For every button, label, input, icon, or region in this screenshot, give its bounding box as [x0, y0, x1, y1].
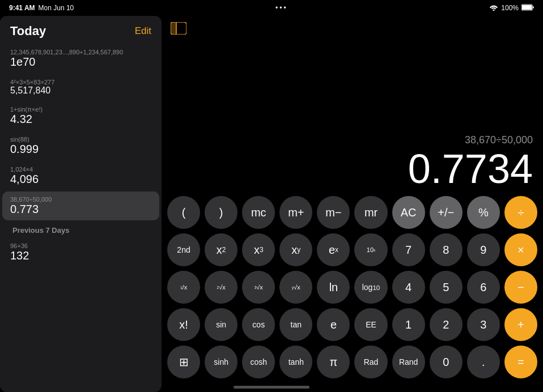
btn-_[interactable]: %	[467, 196, 500, 229]
history-expr: 1,024×4	[10, 166, 151, 173]
history-item[interactable]: 1+sin(π×e!) 4.32	[2, 101, 159, 130]
btn-x_[interactable]: x!	[167, 308, 200, 341]
history-result: 4,096	[10, 173, 151, 186]
btn-___[interactable]: +/−	[430, 196, 463, 229]
btn-Rad[interactable]: Rad	[354, 346, 387, 378]
btn-__x[interactable]: 1/x	[167, 271, 200, 304]
btn-3[interactable]: 3	[467, 308, 500, 341]
history-item[interactable]: 38,670÷50,000 0.773	[2, 191, 159, 220]
btn-cosh[interactable]: cosh	[242, 346, 275, 378]
btn-5[interactable]: 5	[430, 271, 463, 304]
history-list: 12,345,678,901,23...,890+1,234,567,890 1…	[0, 43, 162, 392]
display-expression: 38,670÷50,000	[465, 134, 533, 146]
btn-cos[interactable]: cos	[242, 308, 275, 341]
history-item[interactable]: 4²×3×5×83×277 5,517,840	[2, 74, 159, 100]
btn-x_[interactable]: xy	[279, 233, 312, 266]
btn-_[interactable]: .	[467, 346, 500, 378]
sidebar-edit-button[interactable]: Edit	[135, 25, 151, 37]
btn-AC[interactable]: AC	[392, 196, 425, 229]
btn-9[interactable]: 9	[467, 233, 500, 266]
btn-_[interactable]: ×	[504, 233, 537, 266]
btn-7[interactable]: 7	[392, 233, 425, 266]
btn-sinh[interactable]: sinh	[205, 346, 237, 378]
wifi-icon	[489, 4, 498, 12]
svg-rect-3	[171, 22, 176, 35]
status-bar: 9:41 AM Mon Jun 10 ••• 100%	[0, 0, 543, 16]
status-dots: •••	[275, 4, 288, 12]
status-indicators: 100%	[489, 4, 534, 12]
history-item[interactable]: 1,024×4 4,096	[2, 161, 159, 190]
history-result: 132	[10, 249, 151, 262]
sidebar-toggle-button[interactable]	[171, 21, 189, 36]
history-result: 4.32	[10, 113, 151, 126]
btn-_[interactable]: +	[504, 308, 537, 341]
history-item[interactable]: 96+36 132	[2, 238, 159, 267]
btn-2[interactable]: 2	[430, 308, 463, 341]
btn-0[interactable]: 0	[430, 346, 463, 378]
status-date: Mon Jun 10	[39, 4, 74, 12]
btn-4[interactable]: 4	[392, 271, 425, 304]
history-result: 1e70	[10, 56, 151, 69]
status-time: 9:41 AM	[9, 4, 35, 12]
btn-e_[interactable]: ex	[317, 233, 350, 266]
history-item[interactable]: 12,345,678,901,23...,890+1,234,567,890 1…	[2, 44, 159, 73]
btn-m_[interactable]: m+	[279, 196, 312, 229]
btn-6[interactable]: 6	[467, 271, 500, 304]
btn-Rand[interactable]: Rand	[392, 346, 425, 378]
btn-10_[interactable]: 10x	[354, 233, 387, 266]
previous-section-label: Previous 7 Days	[2, 221, 159, 237]
toolbar	[162, 16, 543, 41]
sidebar: Today Edit 12,345,678,901,23...,890+1,23…	[0, 16, 162, 392]
home-indicator	[234, 386, 309, 389]
btn-x_[interactable]: x3	[242, 233, 275, 266]
btn-_[interactable]: ⊞	[167, 346, 200, 378]
previous-history: 96+36 132	[2, 238, 159, 267]
calculator: 38,670÷50,000 0.7734 ()mcm+m−mrAC+/−%÷2n…	[162, 41, 543, 392]
sidebar-header: Today Edit	[0, 16, 162, 43]
btn-_[interactable]: )	[205, 196, 237, 229]
history-result: 5,517,840	[10, 86, 151, 96]
battery-icon	[521, 4, 534, 12]
btn-__x[interactable]: 2√x	[205, 271, 237, 304]
history-item[interactable]: sin(88) 0.999	[2, 131, 159, 160]
btn-mr[interactable]: mr	[354, 196, 387, 229]
btn-_[interactable]: π	[317, 346, 350, 378]
btn-tan[interactable]: tan	[279, 308, 312, 341]
btn-_[interactable]: =	[504, 346, 537, 378]
display: 38,670÷50,000 0.7734	[167, 41, 537, 194]
history-result: 0.999	[10, 143, 151, 156]
svg-rect-1	[522, 5, 532, 10]
history-result: 0.773	[10, 203, 151, 216]
button-grid: ()mcm+m−mrAC+/−%÷2ndx2x3xyex10x789×1/x2√…	[167, 194, 537, 381]
btn-e[interactable]: e	[317, 308, 350, 341]
btn-mc[interactable]: mc	[242, 196, 275, 229]
history-expr: 96+36	[10, 242, 151, 249]
display-result: 0.7734	[408, 148, 533, 189]
btn-EE[interactable]: EE	[354, 308, 387, 341]
history-expr: 38,670÷50,000	[10, 196, 151, 203]
btn-log__[interactable]: log10	[354, 271, 387, 304]
btn-sin[interactable]: sin	[205, 308, 237, 341]
btn-_[interactable]: (	[167, 196, 200, 229]
sidebar-title: Today	[10, 24, 46, 39]
btn-_[interactable]: ÷	[504, 196, 537, 229]
btn-__x[interactable]: y√x	[279, 271, 312, 304]
btn-2nd[interactable]: 2nd	[167, 233, 200, 266]
btn-m_[interactable]: m−	[317, 196, 350, 229]
btn-_[interactable]: −	[504, 271, 537, 304]
btn-tanh[interactable]: tanh	[279, 346, 312, 378]
history-expr: 12,345,678,901,23...,890+1,234,567,890	[10, 49, 151, 56]
today-history: 12,345,678,901,23...,890+1,234,567,890 1…	[2, 44, 159, 220]
btn-8[interactable]: 8	[430, 233, 463, 266]
battery-level: 100%	[501, 4, 519, 12]
history-expr: sin(88)	[10, 136, 151, 143]
btn-1[interactable]: 1	[392, 308, 425, 341]
btn-x_[interactable]: x2	[205, 233, 237, 266]
btn-__x[interactable]: 3√x	[242, 271, 275, 304]
history-expr: 4²×3×5×83×277	[10, 79, 151, 86]
history-expr: 1+sin(π×e!)	[10, 106, 151, 113]
btn-ln[interactable]: ln	[317, 271, 350, 304]
